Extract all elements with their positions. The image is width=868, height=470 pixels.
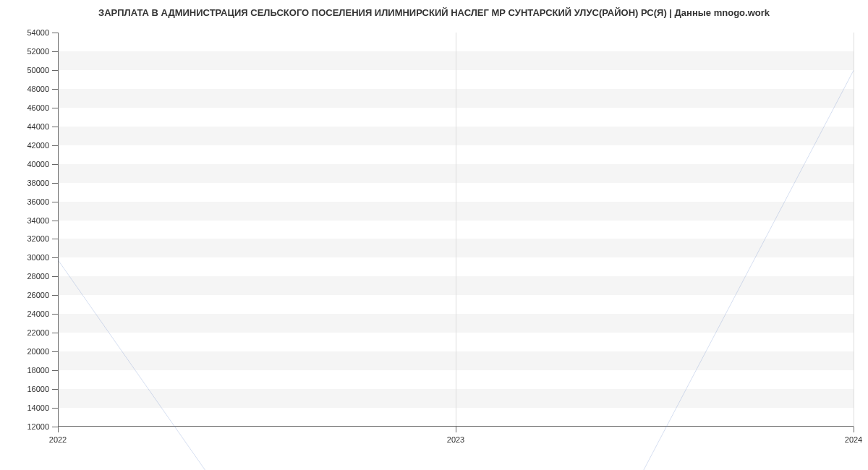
y-tick (52, 202, 58, 202)
x-tick (456, 427, 456, 432)
y-tick (52, 164, 58, 165)
y-tick-label: 28000 (27, 272, 49, 281)
y-tick-label: 14000 (27, 403, 49, 412)
y-tick-label: 36000 (27, 197, 49, 206)
v-gridline (854, 33, 854, 427)
y-tick (52, 108, 58, 108)
y-tick-label: 46000 (27, 103, 49, 112)
line-series (58, 33, 854, 470)
y-tick (52, 389, 58, 390)
y-tick (52, 257, 58, 258)
y-tick (52, 239, 58, 239)
y-tick-label: 52000 (27, 47, 49, 56)
y-tick (52, 70, 58, 71)
y-tick (52, 351, 58, 352)
y-tick (52, 276, 58, 277)
y-tick-label: 24000 (27, 309, 49, 318)
x-tick-label: 2023 (447, 435, 464, 444)
chart-title: ЗАРПЛАТА В АДМИНИСТРАЦИЯ СЕЛЬСКОГО ПОСЕЛ… (0, 0, 868, 22)
y-tick-label: 26000 (27, 291, 49, 299)
chart-container: ЗАРПЛАТА В АДМИНИСТРАЦИЯ СЕЛЬСКОГО ПОСЕЛ… (0, 0, 868, 470)
y-tick (52, 295, 58, 296)
y-tick-label: 48000 (27, 85, 49, 93)
y-tick-label: 16000 (27, 385, 49, 393)
y-tick (52, 89, 58, 90)
y-tick-label: 32000 (27, 234, 49, 243)
y-tick-label: 54000 (27, 28, 49, 37)
y-tick (52, 314, 58, 315)
plot-area: 1200014000160001800020000220002400026000… (58, 33, 854, 427)
y-tick (52, 427, 58, 427)
data-line-path (58, 70, 854, 470)
x-tick-label: 2024 (845, 435, 862, 444)
x-tick-label: 2022 (49, 435, 67, 444)
y-tick (52, 370, 58, 371)
y-tick-label: 38000 (27, 179, 49, 187)
x-tick (58, 427, 59, 432)
y-tick-label: 44000 (27, 122, 49, 131)
y-tick-label: 34000 (27, 216, 49, 225)
y-tick-label: 42000 (27, 141, 49, 150)
y-tick-label: 40000 (27, 160, 49, 168)
y-tick-label: 30000 (27, 253, 49, 262)
y-tick-label: 22000 (27, 328, 49, 337)
y-tick (52, 408, 58, 409)
y-tick (52, 51, 58, 52)
y-tick (52, 183, 58, 184)
y-tick-label: 18000 (27, 366, 49, 375)
y-tick-label: 12000 (27, 422, 49, 431)
y-tick (52, 221, 58, 221)
y-tick (52, 333, 58, 333)
y-tick (52, 145, 58, 146)
y-tick-label: 50000 (27, 66, 49, 74)
y-tick (52, 33, 58, 33)
y-tick-label: 20000 (27, 347, 49, 356)
y-tick (52, 127, 58, 127)
x-tick (854, 427, 854, 432)
